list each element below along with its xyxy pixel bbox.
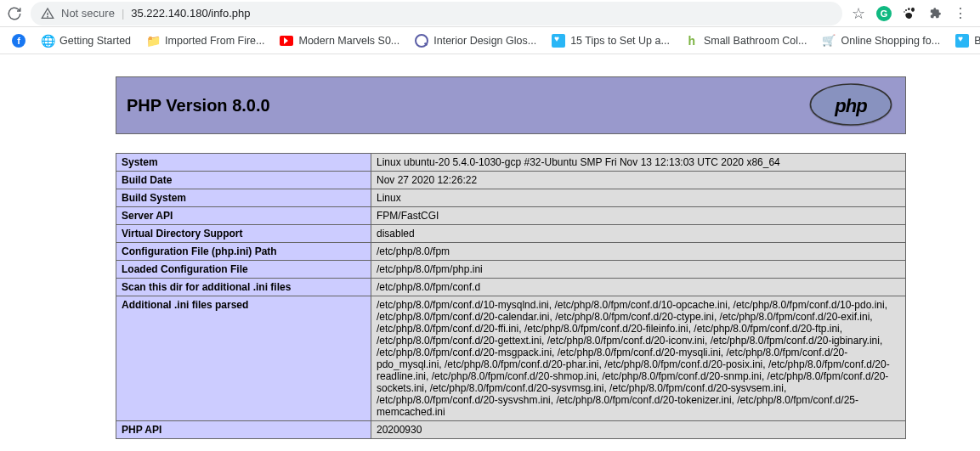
table-row: Scan this dir for additional .ini files/… — [116, 279, 906, 296]
info-value: /etc/php/8.0/fpm/php.ini — [371, 261, 906, 279]
menu-dots-icon[interactable]: ⋮ — [953, 6, 968, 21]
info-key: System — [116, 154, 371, 172]
bookmark-item[interactable]: f — [7, 31, 31, 51]
bookmark-label: Basic In — [974, 35, 980, 47]
info-value: Linux — [371, 189, 906, 207]
grammarly-icon[interactable]: G — [876, 6, 892, 21]
info-key: Configuration File (php.ini) Path — [116, 243, 371, 261]
info-key: Loaded Configuration File — [116, 261, 371, 279]
table-row: Loaded Configuration File/etc/php/8.0/fp… — [116, 261, 906, 279]
bookmark-label: Interior Design Glos... — [433, 35, 536, 47]
page-content: PHP Version 8.0.0 php SystemLinux ubuntu… — [0, 54, 980, 439]
info-value: Nov 27 2020 12:26:22 — [371, 172, 906, 189]
table-row: Additional .ini files parsed/etc/php/8.0… — [116, 296, 906, 421]
bookmark-item[interactable]: 🛒Online Shopping fo... — [817, 31, 945, 51]
bookmark-label: 15 Tips to Set Up a... — [570, 35, 670, 47]
info-key: Build Date — [116, 172, 371, 189]
bookmark-label: Modern Marvels S0... — [298, 35, 399, 47]
info-value: /etc/php/8.0/fpm/conf.d/10-mysqlnd.ini, … — [371, 296, 906, 421]
bookmark-label: Getting Started — [59, 35, 131, 47]
info-value: 20200930 — [371, 421, 906, 439]
gnome-foot-icon[interactable] — [902, 6, 917, 21]
table-row: SystemLinux ubuntu-20 5.4.0-1030-gcp #32… — [116, 154, 906, 172]
info-value: /etc/php/8.0/fpm — [371, 243, 906, 261]
info-key: PHP API — [116, 421, 371, 439]
bookmark-item[interactable]: 15 Tips to Set Up a... — [547, 31, 675, 51]
separator: | — [122, 7, 124, 20]
not-secure-icon — [41, 7, 54, 20]
svg-point-2 — [908, 8, 910, 10]
info-value: disabled — [371, 225, 906, 243]
info-key: Additional .ini files parsed — [116, 296, 371, 421]
reload-icon[interactable] — [7, 6, 22, 21]
info-key: Build System — [116, 189, 371, 207]
info-key: Scan this dir for additional .ini files — [116, 279, 371, 296]
bookmark-item[interactable]: Interior Design Glos... — [410, 31, 541, 51]
bookmarks-bar: f🌐Getting Started📁Imported From Fire...M… — [0, 27, 980, 54]
address-box[interactable]: Not secure | 35.222.140.180/info.php — [31, 2, 842, 25]
browser-address-bar: Not secure | 35.222.140.180/info.php ☆ G… — [0, 0, 980, 27]
php-header: PHP Version 8.0.0 php — [116, 76, 906, 134]
table-row: Build SystemLinux — [116, 189, 906, 207]
extensions-icon[interactable] — [927, 6, 943, 21]
table-row: PHP API20200930 — [116, 421, 906, 439]
phpinfo-table: SystemLinux ubuntu-20 5.4.0-1030-gcp #32… — [116, 153, 906, 439]
php-logo-icon: php — [807, 83, 895, 127]
info-value: FPM/FastCGI — [371, 207, 906, 225]
bookmark-label: Online Shopping fo... — [841, 35, 940, 47]
bookmark-item[interactable]: hSmall Bathroom Col... — [680, 31, 813, 51]
bookmark-star-icon[interactable]: ☆ — [851, 6, 866, 21]
bookmark-item[interactable]: Modern Marvels S0... — [275, 31, 405, 51]
bookmark-item[interactable]: 📁Imported From Fire... — [141, 31, 269, 51]
extension-icons: ☆ G ⋮ — [851, 6, 973, 21]
info-value: Linux ubuntu-20 5.4.0-1030-gcp #32-Ubunt… — [371, 154, 906, 172]
table-row: Configuration File (php.ini) Path/etc/ph… — [116, 243, 906, 261]
table-row: Build DateNov 27 2020 12:26:22 — [116, 172, 906, 189]
bookmark-label: Small Bathroom Col... — [704, 35, 807, 47]
table-row: Server APIFPM/FastCGI — [116, 207, 906, 225]
url-text: 35.222.140.180/info.php — [131, 7, 250, 20]
svg-point-1 — [911, 7, 915, 11]
info-key: Virtual Directory Support — [116, 225, 371, 243]
not-secure-label: Not secure — [61, 7, 115, 20]
bookmark-item[interactable]: Basic In — [950, 31, 980, 51]
svg-point-4 — [904, 11, 905, 13]
info-value: /etc/php/8.0/fpm/conf.d — [371, 279, 906, 296]
svg-point-3 — [905, 9, 907, 11]
php-version-title: PHP Version 8.0.0 — [127, 96, 270, 116]
table-row: Virtual Directory Supportdisabled — [116, 225, 906, 243]
bookmark-item[interactable]: 🌐Getting Started — [36, 31, 136, 51]
svg-text:php: php — [834, 95, 867, 116]
bookmark-label: Imported From Fire... — [165, 35, 264, 47]
info-key: Server API — [116, 207, 371, 225]
svg-point-0 — [48, 16, 48, 17]
